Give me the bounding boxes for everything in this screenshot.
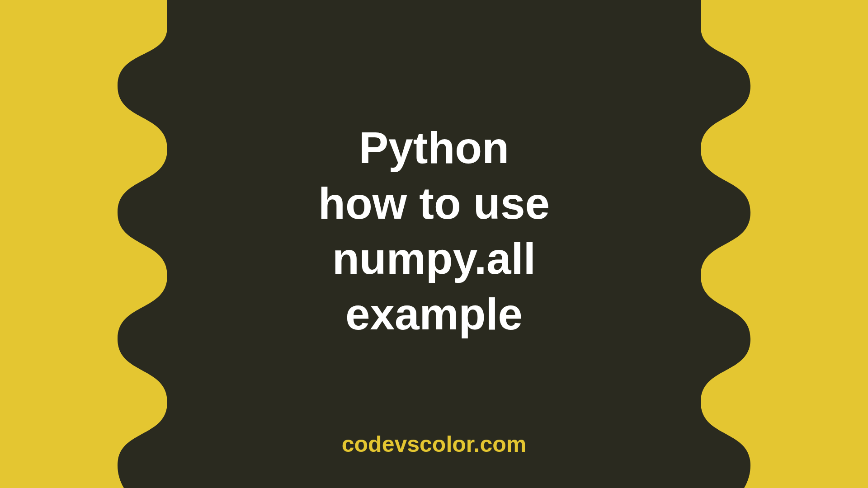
page-title: Python how to use numpy.all example: [318, 120, 550, 342]
footer-credit: codevscolor.com: [342, 431, 527, 457]
title-line-1: Python: [318, 120, 550, 176]
title-line-2: how to use: [318, 175, 550, 231]
title-line-4: example: [318, 286, 550, 342]
title-line-3: numpy.all: [318, 231, 550, 286]
